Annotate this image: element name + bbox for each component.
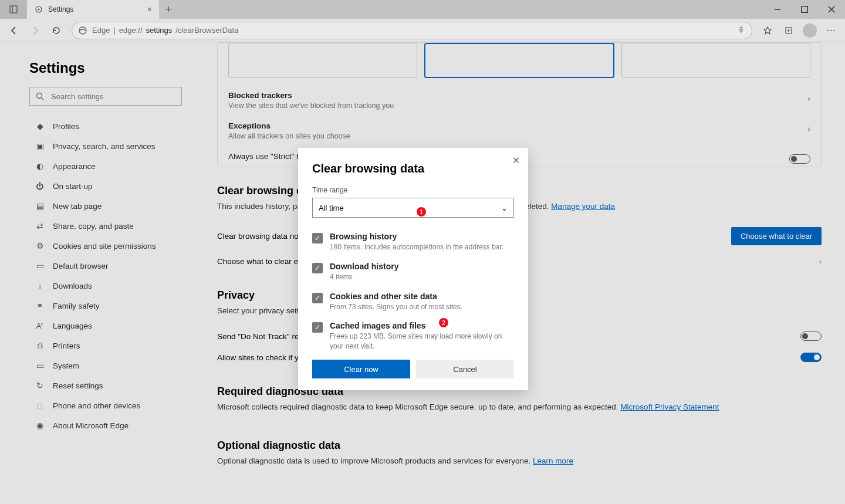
clear-item-title: Browsing history (330, 232, 512, 241)
dialog-title: Clear browsing data (312, 162, 514, 175)
chevron-down-icon: ⌄ (501, 204, 508, 212)
checkbox[interactable]: ✓ (312, 322, 323, 333)
clear-data-item: ✓Cached images and filesFrees up 223 MB.… (312, 316, 512, 350)
cancel-button[interactable]: Cancel (416, 360, 514, 378)
clear-item-title: Cookies and other site data (330, 292, 512, 301)
clear-item-title: Cached images and files (330, 321, 512, 330)
clear-item-description: From 73 sites. Signs you out of most sit… (330, 302, 512, 312)
annotation-badge-2: 2 (439, 318, 448, 327)
checkbox[interactable]: ✓ (312, 293, 323, 303)
checkbox[interactable]: ✓ (312, 263, 323, 273)
clear-data-item: ✓Download history4 items (312, 257, 512, 287)
time-range-select[interactable]: All time ⌄ (312, 198, 514, 218)
checkbox[interactable]: ✓ (312, 233, 323, 243)
annotation-badge-1: 1 (417, 207, 426, 217)
clear-item-description: 180 items. Includes autocompletions in t… (330, 242, 512, 252)
clear-now-button[interactable]: Clear now (312, 360, 410, 378)
clear-browsing-data-dialog: ✕ Clear browsing data Time range All tim… (298, 148, 528, 390)
clear-data-item: ✓Browsing history180 items. Includes aut… (312, 227, 512, 257)
clear-data-item: ✓Cookies and other site dataFrom 73 site… (312, 287, 512, 317)
clear-item-description: 4 items (330, 272, 512, 282)
time-range-label: Time range (312, 186, 514, 194)
clear-item-description: Frees up 223 MB. Some sites may load mor… (330, 332, 512, 350)
dialog-close-button[interactable]: ✕ (512, 155, 520, 166)
clear-item-title: Download history (330, 262, 512, 271)
